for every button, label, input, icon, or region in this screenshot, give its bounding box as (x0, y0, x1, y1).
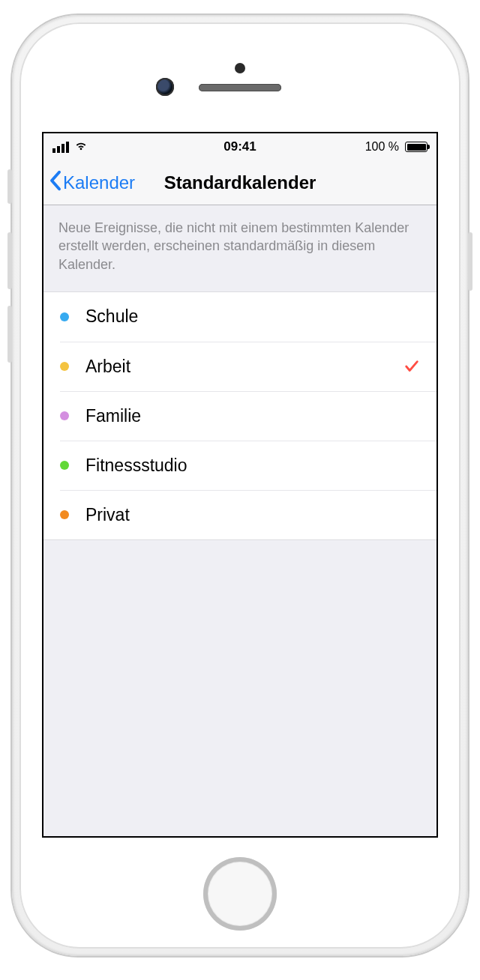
calendar-row[interactable]: Arbeit (60, 342, 436, 391)
calendar-color-dot (60, 362, 69, 371)
calendar-row-label: Familie (86, 406, 420, 426)
home-button[interactable] (203, 857, 277, 931)
calendar-color-dot (60, 461, 69, 470)
back-button-label: Kalender (63, 172, 135, 193)
calendar-list: SchuleArbeitFamilieFitnessstudioPrivat (44, 291, 436, 540)
checkmark-icon (404, 358, 420, 375)
iphone-device-frame: 09:41 100 % Kalender Standardkalender Ne… (12, 15, 468, 956)
wifi-icon (74, 138, 88, 157)
battery-percentage: 100 % (365, 140, 399, 154)
proximity-sensor (235, 63, 245, 73)
volume-down-button (8, 306, 12, 363)
calendar-row[interactable]: Schule (44, 292, 436, 342)
calendar-row[interactable]: Privat (60, 490, 436, 539)
screen: 09:41 100 % Kalender Standardkalender Ne… (42, 132, 438, 838)
earpiece-speaker (199, 84, 281, 91)
navigation-bar: Kalender Standardkalender (44, 160, 436, 205)
calendar-color-dot (60, 510, 69, 519)
section-description: Neue Ereignisse, die nicht mit einem bes… (44, 205, 436, 291)
back-button[interactable]: Kalender (44, 169, 135, 196)
chevron-left-icon (48, 169, 63, 196)
mute-switch (8, 169, 12, 204)
calendar-row[interactable]: Familie (60, 391, 436, 441)
calendar-row-label: Schule (86, 306, 420, 327)
cellular-signal-icon (52, 142, 69, 153)
calendar-color-dot (60, 312, 69, 321)
calendar-row[interactable]: Fitnessstudio (60, 441, 436, 490)
status-bar: 09:41 100 % (44, 133, 436, 160)
calendar-row-label: Privat (86, 505, 420, 525)
battery-icon (405, 142, 428, 152)
calendar-color-dot (60, 411, 69, 420)
calendar-row-label: Arbeit (86, 357, 404, 377)
volume-up-button (8, 232, 12, 289)
power-button (468, 232, 472, 291)
calendar-row-label: Fitnessstudio (86, 456, 420, 476)
front-camera (156, 78, 174, 96)
